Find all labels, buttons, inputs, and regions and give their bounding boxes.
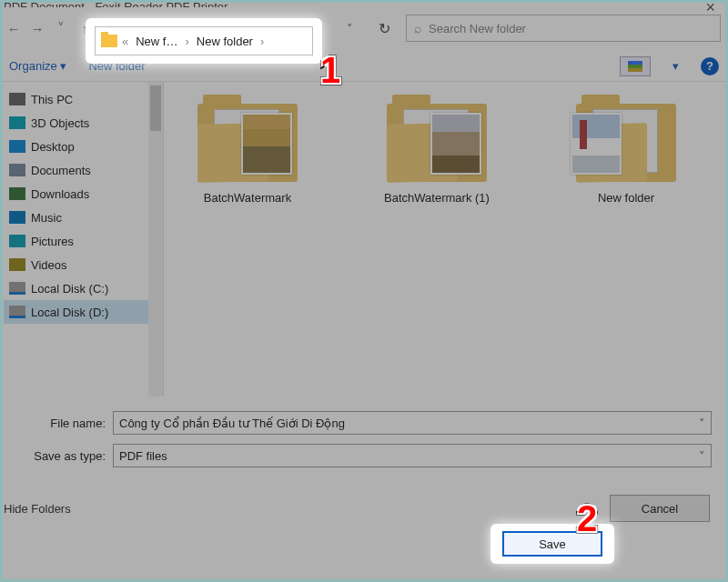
nav-history-drop[interactable]: ˅ xyxy=(51,20,71,36)
pc-icon xyxy=(9,93,25,105)
save-type-select[interactable]: PDF files ˅ xyxy=(113,444,712,467)
nav-back-button[interactable]: ← xyxy=(4,21,24,36)
chevron-down-icon[interactable]: ˅ xyxy=(699,449,705,463)
close-icon[interactable]: × xyxy=(705,0,715,7)
file-name-label: File name: xyxy=(25,416,113,430)
organize-menu[interactable]: Organize ▾ xyxy=(9,59,66,73)
window-title: PDF Document - Foxit Reader PDF Printer xyxy=(4,0,228,7)
chevron-down-icon[interactable]: ˅ xyxy=(699,416,705,430)
documents-icon xyxy=(9,164,25,176)
tree-item-downloads[interactable]: Downloads xyxy=(4,182,163,206)
thumbnail-icon xyxy=(628,61,642,72)
nav-tree[interactable]: This PC 3D Objects Desktop Documents Dow… xyxy=(0,82,164,396)
tree-item-music[interactable]: Music xyxy=(4,206,163,229)
breadcrumb-seg[interactable]: New f… xyxy=(133,35,180,48)
videos-icon xyxy=(9,258,25,271)
pictures-icon xyxy=(9,235,25,247)
tree-item-3d-objects[interactable]: 3D Objects xyxy=(4,111,163,135)
breadcrumb[interactable]: « New f… › New folder › xyxy=(95,26,313,55)
help-icon[interactable]: ? xyxy=(701,57,719,75)
tree-item-videos[interactable]: Videos xyxy=(4,253,163,276)
search-input[interactable]: ⌕ Search New folder xyxy=(406,15,721,42)
downloads-icon xyxy=(9,187,25,200)
dialog-footer: Hide Folders Cancel xyxy=(0,484,728,522)
tree-item-local-disk-d[interactable]: Local Disk (D:) xyxy=(4,300,163,324)
folder-item[interactable]: New folder xyxy=(553,104,699,206)
save-type-label: Save as type: xyxy=(25,449,113,463)
main-area: This PC 3D Objects Desktop Documents Dow… xyxy=(0,82,728,396)
folder-icon xyxy=(576,104,676,182)
tree-item-documents[interactable]: Documents xyxy=(4,158,163,182)
nav-buttons: ← → ˅ ↑ xyxy=(0,20,95,36)
folder-item[interactable]: BatchWatermark xyxy=(175,104,320,206)
highlight-breadcrumb: « New f… › New folder › xyxy=(86,18,322,64)
music-icon xyxy=(9,211,25,224)
folder-item[interactable]: BatchWatermark (1) xyxy=(364,104,510,206)
search-placeholder: Search New folder xyxy=(429,22,526,35)
chevron-right-icon: › xyxy=(182,35,191,48)
cube-icon xyxy=(9,116,25,129)
breadcrumb-seg[interactable]: New folder xyxy=(194,35,256,48)
callout-2: 2 xyxy=(577,498,597,539)
view-mode-drop[interactable]: ▾ xyxy=(672,59,679,73)
chevron-right-icon: › xyxy=(258,35,267,48)
disk-icon xyxy=(9,282,25,295)
tree-scrollbar[interactable] xyxy=(148,82,163,396)
nav-forward-button[interactable]: → xyxy=(27,21,47,36)
desktop-icon xyxy=(9,140,25,153)
path-dropdown[interactable]: ˅ xyxy=(337,22,362,35)
folder-icon xyxy=(197,104,298,182)
tree-item-pictures[interactable]: Pictures xyxy=(4,229,163,253)
hide-folders-button[interactable]: Hide Folders xyxy=(4,502,71,516)
folder-icon xyxy=(387,104,487,182)
callout-1: 1 xyxy=(320,50,340,91)
view-mode-button[interactable] xyxy=(620,56,651,76)
breadcrumb-overflow[interactable]: « xyxy=(119,35,131,48)
file-list[interactable]: BatchWatermark BatchWatermark (1) New fo… xyxy=(164,82,728,396)
tree-item-this-pc[interactable]: This PC xyxy=(4,87,163,111)
title-bar: PDF Document - Foxit Reader PDF Printer … xyxy=(0,0,728,7)
folder-icon xyxy=(101,35,117,47)
tree-item-local-disk-c[interactable]: Local Disk (C:) xyxy=(4,276,163,300)
disk-icon xyxy=(9,306,25,318)
refresh-button[interactable]: ↻ xyxy=(369,20,399,37)
file-name-input[interactable]: Công ty Cổ phần Đầu tư Thế Giới Di Động … xyxy=(113,411,712,435)
save-form: File name: Công ty Cổ phần Đầu tư Thế Gi… xyxy=(0,396,728,484)
scrollbar-thumb[interactable] xyxy=(150,85,161,131)
search-icon: ⌕ xyxy=(414,21,421,35)
tree-item-desktop[interactable]: Desktop xyxy=(4,135,163,158)
cancel-button[interactable]: Cancel xyxy=(610,495,710,522)
